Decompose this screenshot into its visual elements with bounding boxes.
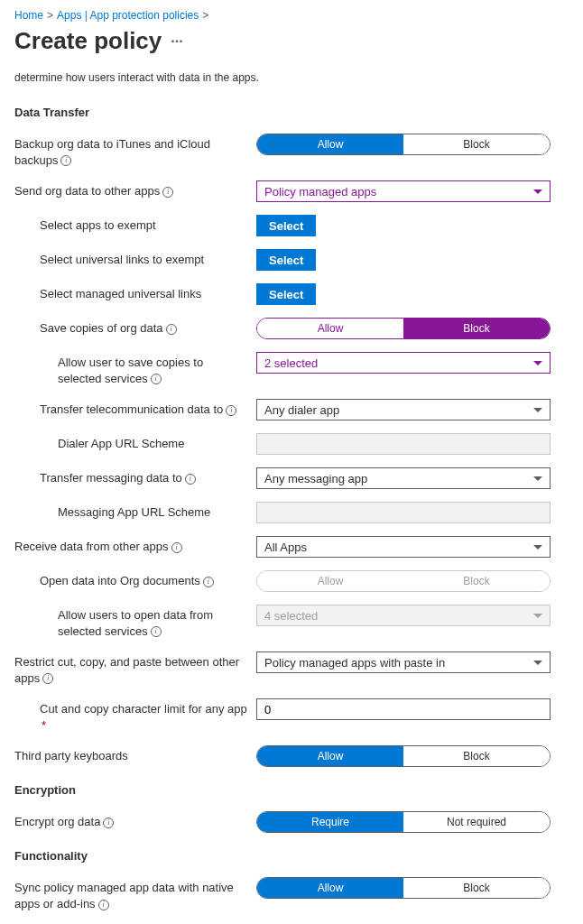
input-cut-copy-limit[interactable]	[256, 698, 551, 720]
label-messaging-scheme: Messaging App URL Scheme	[14, 502, 256, 521]
label-backup: Backup org data to iTunes and iCloud bac…	[14, 134, 256, 168]
label-select-exempt: Select apps to exempt	[14, 215, 256, 234]
toggle-encrypt-org[interactable]: Require Not required	[256, 811, 551, 833]
chevron-down-icon	[533, 361, 542, 365]
label-restrict-cut: Restrict cut, copy, and paste between ot…	[14, 651, 256, 686]
label-send-other: Send org data to other apps	[14, 180, 256, 199]
toggle-option-allow[interactable]: Allow	[257, 319, 403, 338]
info-icon[interactable]	[151, 626, 162, 637]
select-exempt-button[interactable]: Select	[256, 215, 316, 236]
dropdown-allow-open-services: 4 selected	[256, 605, 551, 626]
info-icon[interactable]	[98, 900, 109, 910]
toggle-save-copies[interactable]: Allow Block	[256, 318, 551, 339]
dropdown-transfer-messaging[interactable]: Any messaging app	[256, 467, 551, 489]
info-icon[interactable]	[166, 324, 177, 335]
page-title: Create policy	[14, 27, 162, 55]
dropdown-send-other[interactable]: Policy managed apps	[256, 180, 551, 202]
label-sync-native: Sync policy managed app data with native…	[14, 877, 256, 911]
chevron-down-icon	[533, 408, 542, 412]
label-select-universal: Select universal links to exempt	[14, 249, 256, 268]
select-universal-button[interactable]: Select	[256, 249, 316, 271]
toggle-option-not-required[interactable]: Not required	[403, 812, 550, 832]
page-description: determine how users interact with data i…	[14, 71, 569, 84]
label-transfer-messaging: Transfer messaging data to	[14, 467, 256, 486]
breadcrumb-home[interactable]: Home	[14, 9, 43, 22]
section-encryption: Encryption	[14, 783, 569, 797]
info-icon[interactable]	[203, 577, 214, 587]
toggle-open-into-org: Allow Block	[256, 570, 551, 592]
toggle-third-party-kb[interactable]: Allow Block	[256, 745, 551, 767]
info-icon[interactable]	[151, 374, 162, 384]
label-receive-other: Receive data from other apps	[14, 536, 256, 555]
info-icon[interactable]	[226, 405, 236, 416]
chevron-down-icon	[533, 476, 542, 481]
chevron-down-icon	[533, 661, 542, 665]
label-select-managed-universal: Select managed universal links	[14, 283, 256, 302]
toggle-option-allow[interactable]: Allow	[257, 878, 403, 898]
dropdown-restrict-cut[interactable]: Policy managed apps with paste in	[256, 651, 551, 673]
info-icon[interactable]	[60, 155, 71, 166]
dropdown-transfer-telecom[interactable]: Any dialer app	[256, 399, 551, 420]
dropdown-allow-save-services[interactable]: 2 selected	[256, 352, 551, 374]
info-icon[interactable]	[103, 818, 114, 828]
input-dialer-scheme	[256, 433, 551, 455]
toggle-option-allow[interactable]: Allow	[257, 746, 403, 766]
label-open-into-org: Open data into Org documents	[14, 570, 256, 589]
chevron-down-icon	[533, 614, 542, 618]
label-save-copies: Save copies of org data	[14, 318, 256, 337]
chevron-right-icon: >	[202, 9, 208, 22]
toggle-option-allow: Allow	[257, 571, 403, 591]
label-cut-copy-limit: Cut and copy character limit for any app…	[14, 698, 256, 733]
label-allow-open-services: Allow users to open data from selected s…	[14, 605, 256, 639]
more-actions-icon[interactable]: ···	[171, 33, 182, 50]
label-encrypt-org: Encrypt org data	[14, 811, 256, 830]
info-icon[interactable]	[162, 187, 173, 198]
label-transfer-telecom: Transfer telecommunication data to	[14, 399, 256, 418]
toggle-sync-native[interactable]: Allow Block	[256, 877, 551, 899]
chevron-down-icon	[533, 189, 542, 194]
toggle-option-block[interactable]: Block	[403, 134, 550, 154]
toggle-option-block[interactable]: Block	[403, 319, 550, 338]
info-icon[interactable]	[42, 673, 53, 684]
toggle-option-require[interactable]: Require	[257, 812, 403, 832]
chevron-down-icon	[533, 545, 542, 550]
select-managed-universal-button[interactable]: Select	[256, 283, 316, 305]
section-functionality: Functionality	[14, 849, 569, 863]
dropdown-receive-other[interactable]: All Apps	[256, 536, 551, 558]
label-dialer-scheme: Dialer App URL Scheme	[14, 433, 256, 452]
toggle-backup[interactable]: Allow Block	[256, 134, 551, 155]
input-messaging-scheme	[256, 502, 551, 523]
breadcrumb-apps[interactable]: Apps | App protection policies	[57, 9, 199, 22]
breadcrumb: Home > Apps | App protection policies >	[14, 9, 569, 22]
label-third-party-kb: Third party keyboards	[14, 745, 256, 764]
toggle-option-block[interactable]: Block	[403, 746, 550, 766]
chevron-right-icon: >	[47, 9, 53, 22]
section-data-transfer: Data Transfer	[14, 106, 569, 119]
toggle-option-allow[interactable]: Allow	[257, 134, 403, 154]
toggle-option-block: Block	[403, 571, 550, 591]
label-allow-save-services: Allow user to save copies to selected se…	[14, 352, 256, 386]
toggle-option-block[interactable]: Block	[403, 878, 550, 898]
info-icon[interactable]	[185, 474, 196, 485]
info-icon[interactable]	[171, 542, 182, 553]
